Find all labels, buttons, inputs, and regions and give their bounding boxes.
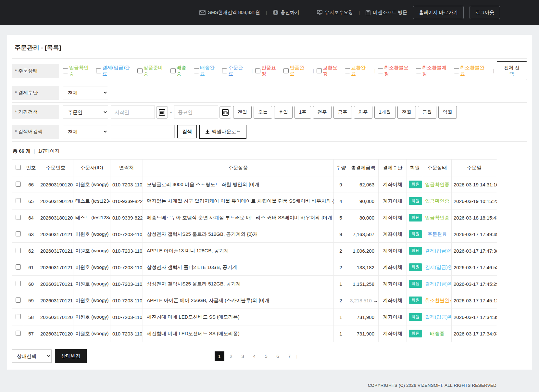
row-checkbox[interactable]: [16, 331, 21, 336]
quick-date-button[interactable]: 전주: [313, 106, 332, 119]
status-filter-item[interactable]: 배송완료: [194, 65, 219, 77]
quick-date-button[interactable]: 금월: [418, 106, 436, 119]
result-summary: 총 66 개 | 1/7페이지: [12, 142, 527, 159]
cell-no: 60: [24, 276, 38, 292]
status-checkbox[interactable]: [255, 68, 260, 73]
row-checkbox[interactable]: [16, 264, 21, 270]
status-checkbox[interactable]: [170, 68, 176, 73]
keyword-scope-select[interactable]: 전체: [63, 125, 108, 138]
status-checkbox[interactable]: [416, 68, 421, 73]
start-date-calendar-button[interactable]: [156, 106, 168, 119]
cell-amount: 731,900: [348, 309, 379, 325]
status-filter-item[interactable]: 주문완료: [222, 65, 247, 77]
status-filter-item[interactable]: 상품준비중: [137, 65, 168, 77]
status-filter-item[interactable]: 반품요청: [255, 65, 281, 77]
status-filter-item[interactable]: 교환요청: [317, 65, 342, 77]
page-button[interactable]: 6: [273, 351, 283, 361]
status-change-select[interactable]: 상태선택: [12, 349, 52, 363]
maintenance-link[interactable]: 유지보수요청: [317, 9, 353, 16]
page-button[interactable]: 5: [261, 351, 271, 361]
recharge-link[interactable]: $ 충전하기: [273, 9, 299, 16]
status-checkbox[interactable]: [345, 68, 350, 73]
cell-phone: 010-7203-1101: [110, 309, 143, 325]
row-checkbox-cell: [12, 209, 24, 226]
page-button[interactable]: 1: [215, 351, 224, 361]
cell-customer: 이원호 (woogy): [73, 176, 110, 193]
order-status-text: 취소환불완료: [425, 297, 452, 303]
status-checkbox[interactable]: [137, 68, 143, 73]
start-date-input[interactable]: [111, 106, 155, 119]
page-button[interactable]: 2: [226, 351, 236, 361]
cell-product: 삼성전자 갤럭시S25 울트라 512GB, 공기계외 {0}개: [143, 226, 334, 243]
status-filter-item[interactable]: 취소환불요청: [378, 65, 413, 77]
member-badge: 회원: [409, 330, 422, 337]
status-filter-item[interactable]: 교환완료: [345, 65, 370, 77]
cell-amount: 1,006,200: [348, 243, 379, 259]
quick-date-button[interactable]: 전월: [397, 106, 416, 119]
search-button[interactable]: 검색: [177, 125, 197, 138]
visit-link[interactable]: 비젠소프트 방문: [366, 9, 407, 16]
status-filter-item[interactable]: 입금확인중: [63, 65, 93, 77]
row-checkbox[interactable]: [16, 182, 21, 187]
row-checkbox[interactable]: [16, 215, 21, 220]
status-filter-item[interactable]: 취소환불완료: [454, 65, 489, 77]
quick-date-button[interactable]: 후일: [274, 106, 293, 119]
cell-member: 회원: [407, 325, 423, 342]
cell-amount: 3,218,510→0: [348, 292, 379, 309]
select-all-checkbox[interactable]: [16, 165, 21, 170]
sms-balance: SMS현재잔액 808,831원: [199, 9, 260, 16]
row-checkbox[interactable]: [16, 248, 21, 253]
separator: |: [359, 10, 360, 15]
quick-date-button[interactable]: 오늘: [254, 106, 272, 119]
excel-download-button[interactable]: 엑셀다운로드: [199, 125, 246, 139]
status-change-button[interactable]: 상태변경: [55, 349, 87, 363]
status-checkbox[interactable]: [454, 68, 459, 73]
row-checkbox[interactable]: [16, 281, 21, 286]
homepage-button[interactable]: 홈페이지 바로가기: [413, 6, 464, 19]
status-filter-item[interactable]: 배송중: [170, 65, 191, 77]
status-label: 배송중: [177, 65, 191, 77]
row-checkbox-cell: [12, 226, 24, 243]
quick-date-button[interactable]: 익월: [438, 106, 457, 119]
page-button[interactable]: 4: [250, 351, 259, 361]
status-checkbox[interactable]: [194, 68, 199, 73]
status-filter-item[interactable]: 취소환불예정: [416, 65, 451, 77]
page-button[interactable]: 3: [238, 351, 248, 361]
period-type-select[interactable]: 주문일: [63, 106, 108, 119]
status-checkbox[interactable]: [63, 68, 68, 73]
excel-download-label: 엑셀다운로드: [212, 129, 241, 135]
status-checkbox[interactable]: [96, 68, 101, 73]
status-checkbox[interactable]: [283, 68, 289, 73]
table-row: 65 2026031901208 테스트 (test1234) 010-9339…: [12, 193, 497, 209]
payment-select[interactable]: 전체: [63, 86, 108, 99]
cell-product: 메종드베르누아 호텔식 순면 사계절 부드러운 매트리스 커버 SS베이비 바우…: [143, 209, 334, 226]
cell-member: 회원: [407, 309, 423, 325]
status-checkbox[interactable]: [378, 68, 383, 73]
quick-date-button[interactable]: 전일: [233, 106, 252, 119]
end-date-calendar-button[interactable]: [219, 106, 231, 119]
status-checkbox[interactable]: [317, 68, 322, 73]
end-date-input[interactable]: [174, 106, 218, 119]
status-checkbox[interactable]: [222, 68, 227, 73]
mail-icon: [199, 10, 206, 15]
amount-before-refund: 3,218,510: [350, 298, 372, 303]
status-filter-item[interactable]: 반품완료: [283, 65, 309, 77]
order-status-text: 입금확인중: [425, 215, 449, 220]
row-checkbox[interactable]: [16, 198, 21, 203]
quick-date-button[interactable]: 금주: [333, 106, 352, 119]
select-all-button[interactable]: 전체 선택: [497, 61, 527, 80]
row-checkbox[interactable]: [16, 231, 21, 236]
cell-qty: 5: [334, 209, 348, 226]
page-button[interactable]: 7: [285, 351, 295, 361]
row-checkbox[interactable]: [16, 314, 21, 319]
table-row: 64 2026031801208 테스트 (test1234) 010-9339…: [12, 209, 497, 226]
quick-date-button[interactable]: 차주: [354, 106, 372, 119]
quick-date-button[interactable]: 1개월: [374, 106, 395, 119]
status-filter-item[interactable]: 결제(입금)완료: [96, 65, 134, 77]
separator: |: [34, 149, 35, 154]
row-checkbox[interactable]: [16, 297, 21, 303]
logout-button[interactable]: 로그아웃: [470, 6, 500, 19]
quick-date-button[interactable]: 1주: [295, 106, 311, 119]
keyword-input[interactable]: [111, 125, 175, 138]
separator: |: [252, 68, 253, 73]
